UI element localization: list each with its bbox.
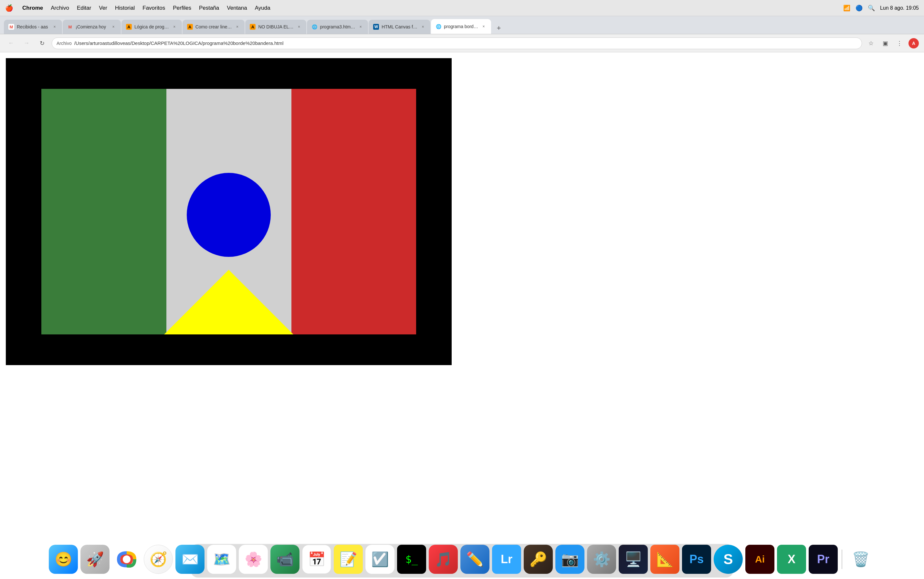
dock-separator (842, 550, 842, 569)
tab-favicon-como-crear: A (187, 24, 193, 30)
tab-title-logica: Lógica de prog… (134, 24, 169, 29)
dock-premiere[interactable]: Pr (809, 545, 838, 574)
dock-finder[interactable]: 😊 (49, 545, 78, 574)
tab-close-html-canvas[interactable]: × (420, 24, 426, 30)
dock-reminders[interactable]: ☑️ (365, 545, 394, 574)
dock-photos[interactable]: 🌸 (239, 545, 268, 574)
menubar-archivo[interactable]: Archivo (51, 5, 69, 11)
dock-chrome[interactable] (112, 545, 141, 574)
tab-favicon-programa-borde: 🌐 (435, 24, 442, 29)
dock-system-prefs[interactable]: ⚙️ (587, 545, 616, 574)
tab-comienza[interactable]: M ¡Comienza hoy × (63, 20, 121, 34)
dock-facetime[interactable]: 📹 (270, 545, 299, 574)
tab-como-crear[interactable]: A Como crear line… × (183, 20, 245, 34)
toolbar-right-area: ☆ ▣ ⋮ A (866, 38, 919, 49)
menubar-pestana[interactable]: Pestaña (199, 5, 219, 11)
tab-close-no-dibuja[interactable]: × (296, 24, 302, 30)
flag-red-stripe (291, 89, 416, 334)
wifi-icon[interactable]: 📶 (843, 5, 850, 11)
menubar-ver[interactable]: Ver (99, 5, 107, 11)
dock-zoom[interactable]: 📷 (555, 545, 584, 574)
dock-trash[interactable]: 🗑️ (846, 545, 875, 574)
bluetooth-icon[interactable]: 🔵 (855, 5, 863, 11)
tab-recibidos[interactable]: M Recibidos - aas × (4, 20, 62, 34)
dock: 😊 🚀 🧭 ✉️ 🗺️ (0, 537, 924, 579)
search-icon[interactable]: 🔍 (868, 5, 875, 11)
browser-toolbar: ← → ↻ Archivo /Users/arturoastudilloveas… (0, 34, 924, 52)
menubar-ventana[interactable]: Ventana (227, 5, 247, 11)
menubar-right-icons: 📶 🔵 🔍 Lun 8 ago. 19:05 (843, 5, 919, 11)
menubar-historial[interactable]: Historial (115, 5, 135, 11)
dock-excel[interactable]: X (777, 545, 806, 574)
dock-maps[interactable]: 🗺️ (207, 545, 236, 574)
dock-sketchbook[interactable]: 📐 (650, 545, 679, 574)
user-avatar[interactable]: A (909, 38, 919, 49)
tab-close-programa-borde[interactable]: × (481, 24, 487, 29)
tab-favicon-comienza: M (67, 24, 73, 30)
menubar-chrome[interactable]: Chrome (22, 5, 43, 11)
tab-html-canvas[interactable]: W HTML Canvas f… × (369, 20, 430, 34)
sidebar-toggle-icon[interactable]: ▣ (880, 38, 890, 49)
menubar: 🍎 Chrome Archivo Editar Ver Historial Fa… (0, 0, 924, 16)
flag-blue-circle (187, 173, 271, 257)
tab-title-como-crear: Como crear line… (195, 24, 232, 29)
tab-title-comienza: ¡Comienza hoy (75, 24, 108, 29)
tab-close-logica[interactable]: × (172, 24, 177, 30)
dock-notes[interactable]: 📝 (334, 545, 363, 574)
apple-menu-icon[interactable]: 🍎 (5, 4, 13, 12)
dock-illustrator[interactable]: Ai (745, 545, 774, 574)
canvas-black-bg (6, 58, 452, 365)
dock-draw[interactable]: ✏️ (460, 545, 489, 574)
forward-button[interactable]: → (21, 38, 32, 49)
tab-title-programa-borde: programa bord… (444, 24, 478, 29)
tab-favicon-logica: A (126, 24, 132, 30)
dock-terminal[interactable]: $_ (397, 545, 426, 574)
tab-title-no-dibuja: NO DIBUJA EL… (258, 24, 293, 29)
address-text: /Users/arturoastudilloveas/Desktop/CARPE… (74, 40, 857, 46)
bookmark-icon[interactable]: ☆ (866, 38, 876, 49)
tab-favicon-html-canvas: W (373, 24, 379, 30)
reload-button[interactable]: ↻ (36, 38, 48, 49)
tab-bar: M Recibidos - aas × M ¡Comienza hoy × A … (0, 16, 924, 34)
menubar-perfiles[interactable]: Perfiles (173, 5, 191, 11)
dock-music[interactable]: 🎵 (429, 545, 458, 574)
tab-favicon-gmail: M (8, 24, 14, 30)
menubar-ayuda[interactable]: Ayuda (255, 5, 270, 11)
tab-close-como-crear[interactable]: × (234, 24, 240, 30)
dock-dark-app[interactable]: 🖥️ (619, 545, 648, 574)
clock: Lun 8 ago. 19:05 (880, 5, 919, 11)
dock-skype[interactable]: S (714, 545, 743, 574)
dock-password[interactable]: 🔑 (524, 545, 553, 574)
tab-favicon-programa3: 🌐 (311, 24, 317, 30)
tab-title-programa3: programa3.htm… (320, 24, 355, 29)
address-bar[interactable]: Archivo /Users/arturoastudilloveas/Deskt… (52, 38, 862, 49)
browser-window: M Recibidos - aas × M ¡Comienza hoy × A … (0, 16, 924, 579)
menu-icon[interactable]: ⋮ (894, 38, 904, 49)
tab-logica[interactable]: A Lógica de prog… × (121, 20, 182, 34)
tab-title-html-canvas: HTML Canvas f… (381, 24, 417, 29)
tab-close-comienza[interactable]: × (111, 24, 116, 30)
dock-items-container: 😊 🚀 🧭 ✉️ 🗺️ (44, 545, 880, 576)
menubar-favoritos[interactable]: Favoritos (142, 5, 165, 11)
dock-safari[interactable]: 🧭 (144, 545, 173, 574)
svg-point-2 (123, 555, 131, 563)
new-tab-button[interactable]: + (493, 22, 505, 34)
tab-close-programa3[interactable]: × (358, 24, 363, 30)
tab-programa3[interactable]: 🌐 programa3.htm… × (307, 20, 368, 34)
menubar-editar[interactable]: Editar (77, 5, 91, 11)
dock-photoshop[interactable]: Ps (682, 545, 711, 574)
address-prefix: Archivo (57, 41, 72, 46)
back-button[interactable]: ← (5, 38, 17, 49)
dock-calendar[interactable]: 📅 (302, 545, 331, 574)
tab-favicon-no-dibuja: A (250, 24, 255, 30)
dock-mail[interactable]: ✉️ (175, 545, 204, 574)
tab-title-recibidos: Recibidos - aas (17, 24, 49, 29)
flag-canvas (41, 89, 416, 334)
flag-green-stripe (41, 89, 167, 334)
tab-no-dibuja[interactable]: A NO DIBUJA EL… × (245, 20, 306, 34)
dock-launchpad[interactable]: 🚀 (80, 545, 110, 574)
tab-programa-borde[interactable]: 🌐 programa bord… × (431, 19, 491, 34)
tab-close-recibidos[interactable]: × (52, 24, 57, 30)
page-content (0, 52, 924, 579)
dock-lightroom[interactable]: Lr (492, 545, 521, 574)
